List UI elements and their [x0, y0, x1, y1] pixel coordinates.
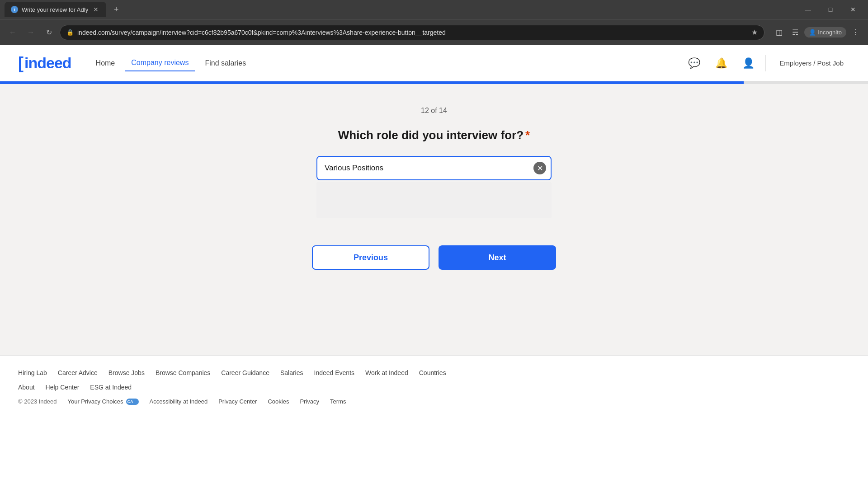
address-bar[interactable]: 🔒 indeed.com/survey/campaign/interview?c…: [60, 25, 764, 40]
footer-about[interactable]: About: [18, 384, 35, 391]
previous-button[interactable]: Previous: [312, 245, 429, 270]
maximize-button[interactable]: □: [820, 2, 841, 17]
url-display: indeed.com/survey/campaign/interview?cid…: [77, 29, 748, 36]
notifications-button[interactable]: 🔔: [711, 53, 731, 73]
suggestion-dropdown: [316, 182, 552, 218]
nav-buttons: Previous Next: [312, 245, 556, 270]
reload-button[interactable]: ↻: [42, 25, 56, 40]
browser-titlebar: i Write your review for Adly ✕ + — □ ✕: [0, 0, 868, 19]
lock-icon: 🔒: [66, 29, 74, 36]
footer-career-guidance[interactable]: Career Guidance: [221, 369, 269, 376]
footer-work-at-indeed[interactable]: Work at Indeed: [365, 369, 408, 376]
incognito-label: Incognito: [818, 29, 842, 36]
privacy-choices-text: Your Privacy Choices: [67, 398, 123, 405]
footer-privacy-center[interactable]: Privacy Center: [218, 398, 257, 405]
indeed-logo[interactable]: [ indeed: [18, 54, 71, 72]
browser-tab[interactable]: i Write your review for Adly ✕: [5, 2, 106, 17]
nav-find-salaries[interactable]: Find salaries: [198, 56, 252, 71]
footer-privacy[interactable]: Privacy: [300, 398, 319, 405]
copyright: © 2023 Indeed: [18, 398, 57, 405]
incognito-icon: 👤: [809, 29, 816, 36]
role-input[interactable]: [316, 156, 552, 180]
site-nav: Home Company reviews Find salaries: [90, 55, 253, 71]
profile-button[interactable]: ☴: [788, 25, 802, 40]
footer-browse-companies[interactable]: Browse Companies: [156, 369, 210, 376]
bookmark-icon[interactable]: ★: [751, 28, 758, 37]
browser-chrome: i Write your review for Adly ✕ + — □ ✕ ←…: [0, 0, 868, 45]
footer-help-center[interactable]: Help Center: [46, 384, 80, 391]
menu-button[interactable]: ⋮: [848, 25, 863, 40]
browser-toolbar: ← → ↻ 🔒 indeed.com/survey/campaign/inter…: [0, 19, 868, 45]
window-controls: — □ ✕: [797, 2, 863, 17]
tab-favicon: i: [11, 6, 18, 13]
extensions-button[interactable]: ◫: [772, 25, 786, 40]
role-input-container: ✕: [316, 156, 552, 180]
footer-bottom: © 2023 Indeed Your Privacy Choices Acces…: [18, 398, 850, 405]
tab-title: Write your review for Adly: [22, 6, 88, 13]
new-tab-button[interactable]: +: [110, 3, 123, 16]
logo-text: indeed: [24, 54, 71, 72]
profile-button[interactable]: 👤: [738, 53, 758, 73]
footer-terms[interactable]: Terms: [330, 398, 346, 405]
footer-links-row1: Hiring Lab Career Advice Browse Jobs Bro…: [18, 369, 850, 376]
footer-browse-jobs[interactable]: Browse Jobs: [108, 369, 145, 376]
page-wrapper: [ indeed Home Company reviews Find salar…: [0, 45, 868, 488]
footer-esg[interactable]: ESG at Indeed: [90, 384, 132, 391]
footer-hiring-lab[interactable]: Hiring Lab: [18, 369, 47, 376]
footer-cookies[interactable]: Cookies: [268, 398, 289, 405]
nav-home[interactable]: Home: [90, 56, 122, 71]
footer-indeed-events[interactable]: Indeed Events: [314, 369, 355, 376]
footer-countries[interactable]: Countries: [419, 369, 446, 376]
messages-button[interactable]: 💬: [684, 53, 704, 73]
question-title: Which role did you interview for?*: [338, 128, 530, 142]
footer-accessibility[interactable]: Accessibility at Indeed: [150, 398, 208, 405]
footer-career-advice[interactable]: Career Advice: [58, 369, 98, 376]
step-counter: 12 of 14: [421, 107, 447, 115]
privacy-choices-icon: [126, 399, 139, 405]
forward-button[interactable]: →: [24, 25, 38, 40]
toolbar-icons: ◫ ☴ 👤 Incognito ⋮: [772, 25, 863, 40]
site-header: [ indeed Home Company reviews Find salar…: [0, 45, 868, 81]
header-divider: [765, 55, 766, 71]
incognito-badge[interactable]: 👤 Incognito: [804, 27, 846, 38]
clear-input-button[interactable]: ✕: [533, 162, 546, 174]
your-privacy-choices-link[interactable]: Your Privacy Choices: [67, 398, 138, 405]
nav-company-reviews[interactable]: Company reviews: [125, 55, 195, 71]
close-button[interactable]: ✕: [843, 2, 863, 17]
logo-bracket: [: [18, 55, 24, 71]
back-button[interactable]: ←: [5, 25, 20, 40]
footer-salaries[interactable]: Salaries: [280, 369, 303, 376]
question-text: Which role did you interview for?: [338, 128, 524, 142]
footer-links-row2: About Help Center ESG at Indeed: [18, 384, 850, 391]
minimize-button[interactable]: —: [797, 2, 818, 17]
next-button[interactable]: Next: [439, 245, 556, 270]
required-asterisk: *: [525, 128, 530, 142]
main-content: 12 of 14 Which role did you interview fo…: [0, 84, 868, 355]
site-footer: Hiring Lab Career Advice Browse Jobs Bro…: [0, 355, 868, 418]
header-right: 💬 🔔 👤 Employers / Post Job: [684, 53, 850, 73]
tab-close-button[interactable]: ✕: [92, 5, 100, 14]
employers-post-job-link[interactable]: Employers / Post Job: [773, 56, 850, 70]
